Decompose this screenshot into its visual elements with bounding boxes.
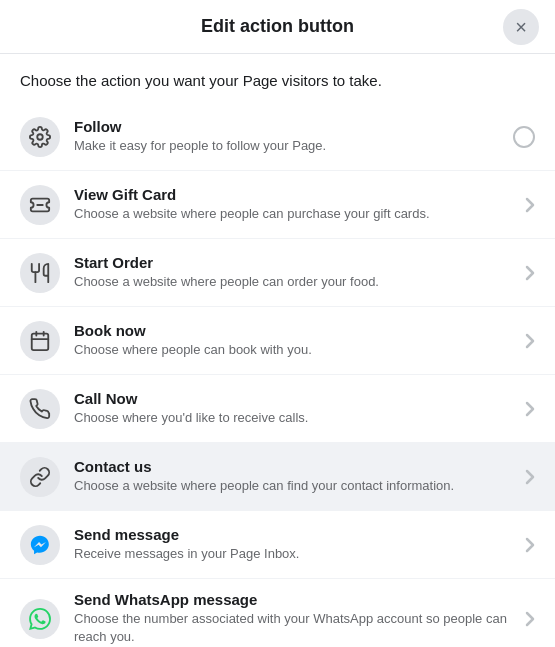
action-desc-send-message: Receive messages in your Page Inbox. (74, 545, 515, 563)
action-item-call-now[interactable]: Call NowChoose where you'd like to recei… (0, 375, 555, 443)
phone-icon (20, 389, 60, 429)
chevron-right-icon (525, 401, 535, 417)
action-text-send-message: Send messageReceive messages in your Pag… (74, 526, 515, 563)
chevron-send-message (525, 537, 535, 553)
svg-rect-3 (32, 333, 49, 350)
action-title-book-now: Book now (74, 322, 515, 339)
svg-point-0 (37, 134, 43, 140)
chevron-right-icon (525, 611, 535, 627)
action-title-start-order: Start Order (74, 254, 515, 271)
action-text-contact-us: Contact usChoose a website where people … (74, 458, 515, 495)
fork-icon (20, 253, 60, 293)
action-desc-contact-us: Choose a website where people can find y… (74, 477, 515, 495)
action-item-send-whatsapp[interactable]: Send WhatsApp messageChoose the number a… (0, 579, 555, 647)
action-title-view-gift-card: View Gift Card (74, 186, 515, 203)
chevron-right-icon (525, 197, 535, 213)
subtitle: Choose the action you want your Page vis… (0, 54, 555, 103)
action-list: FollowMake it easy for people to follow … (0, 103, 555, 647)
link-icon (20, 457, 60, 497)
action-title-call-now: Call Now (74, 390, 515, 407)
action-item-send-message[interactable]: Send messageReceive messages in your Pag… (0, 511, 555, 579)
action-item-book-now[interactable]: Book nowChoose where people can book wit… (0, 307, 555, 375)
action-text-send-whatsapp: Send WhatsApp messageChoose the number a… (74, 591, 515, 646)
action-desc-follow: Make it easy for people to follow your P… (74, 137, 503, 155)
modal-title: Edit action button (201, 16, 354, 37)
whatsapp-icon (20, 599, 60, 639)
action-text-book-now: Book nowChoose where people can book wit… (74, 322, 515, 359)
close-icon: × (515, 17, 527, 37)
chevron-send-whatsapp (525, 611, 535, 627)
action-text-start-order: Start OrderChoose a website where people… (74, 254, 515, 291)
action-item-start-order[interactable]: Start OrderChoose a website where people… (0, 239, 555, 307)
radio-follow (513, 126, 535, 148)
radio-circle-follow (513, 126, 535, 148)
action-desc-view-gift-card: Choose a website where people can purcha… (74, 205, 515, 223)
action-desc-call-now: Choose where you'd like to receive calls… (74, 409, 515, 427)
action-desc-start-order: Choose a website where people can order … (74, 273, 515, 291)
action-title-send-message: Send message (74, 526, 515, 543)
action-title-contact-us: Contact us (74, 458, 515, 475)
ticket-icon (20, 185, 60, 225)
action-title-follow: Follow (74, 118, 503, 135)
action-title-send-whatsapp: Send WhatsApp message (74, 591, 515, 608)
action-item-follow[interactable]: FollowMake it easy for people to follow … (0, 103, 555, 171)
chevron-right-icon (525, 537, 535, 553)
gear-icon (20, 117, 60, 157)
chevron-book-now (525, 333, 535, 349)
chevron-right-icon (525, 333, 535, 349)
messenger-icon (20, 525, 60, 565)
action-desc-send-whatsapp: Choose the number associated with your W… (74, 610, 515, 646)
chevron-view-gift-card (525, 197, 535, 213)
chevron-contact-us (525, 469, 535, 485)
chevron-right-icon (525, 265, 535, 281)
action-text-follow: FollowMake it easy for people to follow … (74, 118, 503, 155)
chevron-start-order (525, 265, 535, 281)
action-text-view-gift-card: View Gift CardChoose a website where peo… (74, 186, 515, 223)
chevron-right-icon (525, 469, 535, 485)
action-desc-book-now: Choose where people can book with you. (74, 341, 515, 359)
chevron-call-now (525, 401, 535, 417)
calendar-icon (20, 321, 60, 361)
action-item-view-gift-card[interactable]: View Gift CardChoose a website where peo… (0, 171, 555, 239)
close-button[interactable]: × (503, 9, 539, 45)
modal-header: Edit action button × (0, 0, 555, 54)
action-text-call-now: Call NowChoose where you'd like to recei… (74, 390, 515, 427)
action-item-contact-us[interactable]: Contact usChoose a website where people … (0, 443, 555, 511)
